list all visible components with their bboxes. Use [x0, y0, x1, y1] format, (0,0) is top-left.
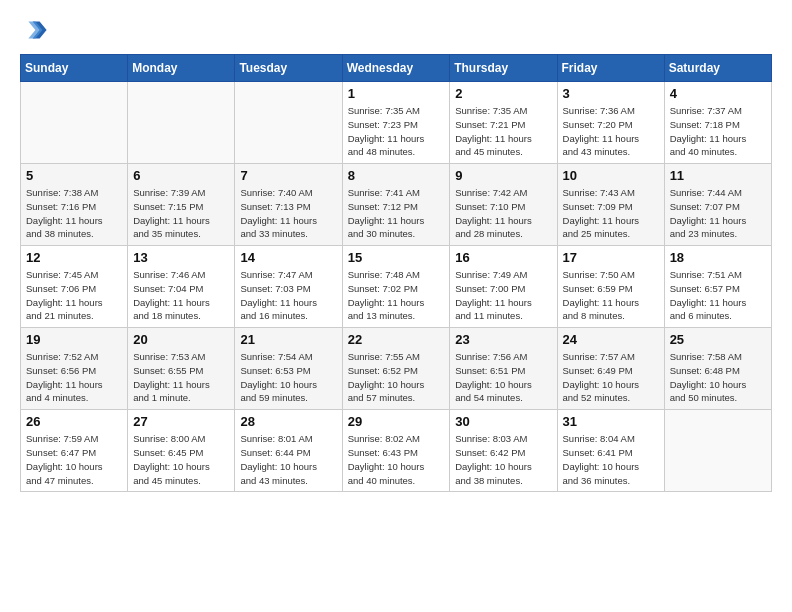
day-number: 22: [348, 332, 445, 347]
day-info: Sunrise: 7:47 AM Sunset: 7:03 PM Dayligh…: [240, 268, 336, 323]
calendar-day-cell: 19Sunrise: 7:52 AM Sunset: 6:56 PM Dayli…: [21, 328, 128, 410]
day-info: Sunrise: 7:36 AM Sunset: 7:20 PM Dayligh…: [563, 104, 659, 159]
day-number: 2: [455, 86, 551, 101]
day-info: Sunrise: 7:40 AM Sunset: 7:13 PM Dayligh…: [240, 186, 336, 241]
day-info: Sunrise: 7:55 AM Sunset: 6:52 PM Dayligh…: [348, 350, 445, 405]
calendar-day-cell: 10Sunrise: 7:43 AM Sunset: 7:09 PM Dayli…: [557, 164, 664, 246]
calendar-day-cell: [21, 82, 128, 164]
day-number: 3: [563, 86, 659, 101]
day-number: 7: [240, 168, 336, 183]
calendar-day-cell: 13Sunrise: 7:46 AM Sunset: 7:04 PM Dayli…: [128, 246, 235, 328]
day-info: Sunrise: 7:59 AM Sunset: 6:47 PM Dayligh…: [26, 432, 122, 487]
calendar-week-row: 26Sunrise: 7:59 AM Sunset: 6:47 PM Dayli…: [21, 410, 772, 492]
day-number: 17: [563, 250, 659, 265]
day-number: 25: [670, 332, 766, 347]
day-number: 21: [240, 332, 336, 347]
calendar-day-cell: [128, 82, 235, 164]
calendar-day-cell: 16Sunrise: 7:49 AM Sunset: 7:00 PM Dayli…: [450, 246, 557, 328]
calendar-day-cell: [235, 82, 342, 164]
day-info: Sunrise: 8:02 AM Sunset: 6:43 PM Dayligh…: [348, 432, 445, 487]
day-info: Sunrise: 8:03 AM Sunset: 6:42 PM Dayligh…: [455, 432, 551, 487]
day-number: 26: [26, 414, 122, 429]
calendar-day-cell: 31Sunrise: 8:04 AM Sunset: 6:41 PM Dayli…: [557, 410, 664, 492]
day-number: 9: [455, 168, 551, 183]
calendar-day-cell: 21Sunrise: 7:54 AM Sunset: 6:53 PM Dayli…: [235, 328, 342, 410]
day-info: Sunrise: 7:48 AM Sunset: 7:02 PM Dayligh…: [348, 268, 445, 323]
header: [20, 16, 772, 44]
day-number: 13: [133, 250, 229, 265]
day-number: 4: [670, 86, 766, 101]
calendar-day-cell: 17Sunrise: 7:50 AM Sunset: 6:59 PM Dayli…: [557, 246, 664, 328]
day-number: 5: [26, 168, 122, 183]
day-info: Sunrise: 7:58 AM Sunset: 6:48 PM Dayligh…: [670, 350, 766, 405]
day-number: 24: [563, 332, 659, 347]
day-info: Sunrise: 7:51 AM Sunset: 6:57 PM Dayligh…: [670, 268, 766, 323]
day-info: Sunrise: 8:00 AM Sunset: 6:45 PM Dayligh…: [133, 432, 229, 487]
day-number: 16: [455, 250, 551, 265]
calendar-day-cell: 20Sunrise: 7:53 AM Sunset: 6:55 PM Dayli…: [128, 328, 235, 410]
calendar-day-cell: 28Sunrise: 8:01 AM Sunset: 6:44 PM Dayli…: [235, 410, 342, 492]
day-number: 23: [455, 332, 551, 347]
calendar-day-cell: 2Sunrise: 7:35 AM Sunset: 7:21 PM Daylig…: [450, 82, 557, 164]
weekday-header-wednesday: Wednesday: [342, 55, 450, 82]
day-number: 8: [348, 168, 445, 183]
day-number: 10: [563, 168, 659, 183]
day-number: 31: [563, 414, 659, 429]
calendar-week-row: 19Sunrise: 7:52 AM Sunset: 6:56 PM Dayli…: [21, 328, 772, 410]
calendar-day-cell: 4Sunrise: 7:37 AM Sunset: 7:18 PM Daylig…: [664, 82, 771, 164]
day-info: Sunrise: 7:45 AM Sunset: 7:06 PM Dayligh…: [26, 268, 122, 323]
day-number: 29: [348, 414, 445, 429]
calendar-day-cell: 18Sunrise: 7:51 AM Sunset: 6:57 PM Dayli…: [664, 246, 771, 328]
weekday-header-tuesday: Tuesday: [235, 55, 342, 82]
day-info: Sunrise: 7:56 AM Sunset: 6:51 PM Dayligh…: [455, 350, 551, 405]
weekday-header-friday: Friday: [557, 55, 664, 82]
day-number: 30: [455, 414, 551, 429]
day-info: Sunrise: 7:52 AM Sunset: 6:56 PM Dayligh…: [26, 350, 122, 405]
calendar-day-cell: 27Sunrise: 8:00 AM Sunset: 6:45 PM Dayli…: [128, 410, 235, 492]
day-info: Sunrise: 7:53 AM Sunset: 6:55 PM Dayligh…: [133, 350, 229, 405]
day-info: Sunrise: 7:39 AM Sunset: 7:15 PM Dayligh…: [133, 186, 229, 241]
calendar-week-row: 1Sunrise: 7:35 AM Sunset: 7:23 PM Daylig…: [21, 82, 772, 164]
day-number: 11: [670, 168, 766, 183]
calendar-day-cell: 5Sunrise: 7:38 AM Sunset: 7:16 PM Daylig…: [21, 164, 128, 246]
weekday-header-thursday: Thursday: [450, 55, 557, 82]
calendar-day-cell: 14Sunrise: 7:47 AM Sunset: 7:03 PM Dayli…: [235, 246, 342, 328]
day-info: Sunrise: 7:35 AM Sunset: 7:21 PM Dayligh…: [455, 104, 551, 159]
calendar-day-cell: 24Sunrise: 7:57 AM Sunset: 6:49 PM Dayli…: [557, 328, 664, 410]
day-number: 19: [26, 332, 122, 347]
calendar-day-cell: 3Sunrise: 7:36 AM Sunset: 7:20 PM Daylig…: [557, 82, 664, 164]
calendar-day-cell: 8Sunrise: 7:41 AM Sunset: 7:12 PM Daylig…: [342, 164, 450, 246]
day-number: 12: [26, 250, 122, 265]
weekday-header-monday: Monday: [128, 55, 235, 82]
weekday-header-saturday: Saturday: [664, 55, 771, 82]
calendar-day-cell: 9Sunrise: 7:42 AM Sunset: 7:10 PM Daylig…: [450, 164, 557, 246]
calendar-day-cell: 7Sunrise: 7:40 AM Sunset: 7:13 PM Daylig…: [235, 164, 342, 246]
day-info: Sunrise: 7:35 AM Sunset: 7:23 PM Dayligh…: [348, 104, 445, 159]
day-number: 18: [670, 250, 766, 265]
day-number: 20: [133, 332, 229, 347]
calendar-day-cell: 29Sunrise: 8:02 AM Sunset: 6:43 PM Dayli…: [342, 410, 450, 492]
calendar-week-row: 5Sunrise: 7:38 AM Sunset: 7:16 PM Daylig…: [21, 164, 772, 246]
day-info: Sunrise: 7:37 AM Sunset: 7:18 PM Dayligh…: [670, 104, 766, 159]
calendar-week-row: 12Sunrise: 7:45 AM Sunset: 7:06 PM Dayli…: [21, 246, 772, 328]
day-number: 15: [348, 250, 445, 265]
day-number: 28: [240, 414, 336, 429]
calendar-day-cell: 12Sunrise: 7:45 AM Sunset: 7:06 PM Dayli…: [21, 246, 128, 328]
weekday-header-row: SundayMondayTuesdayWednesdayThursdayFrid…: [21, 55, 772, 82]
logo-icon: [20, 16, 48, 44]
day-number: 1: [348, 86, 445, 101]
day-info: Sunrise: 7:50 AM Sunset: 6:59 PM Dayligh…: [563, 268, 659, 323]
calendar-day-cell: 22Sunrise: 7:55 AM Sunset: 6:52 PM Dayli…: [342, 328, 450, 410]
day-info: Sunrise: 7:42 AM Sunset: 7:10 PM Dayligh…: [455, 186, 551, 241]
day-info: Sunrise: 7:44 AM Sunset: 7:07 PM Dayligh…: [670, 186, 766, 241]
page-container: SundayMondayTuesdayWednesdayThursdayFrid…: [0, 0, 792, 502]
calendar-day-cell: 6Sunrise: 7:39 AM Sunset: 7:15 PM Daylig…: [128, 164, 235, 246]
day-number: 27: [133, 414, 229, 429]
calendar-day-cell: 15Sunrise: 7:48 AM Sunset: 7:02 PM Dayli…: [342, 246, 450, 328]
calendar-day-cell: 23Sunrise: 7:56 AM Sunset: 6:51 PM Dayli…: [450, 328, 557, 410]
day-info: Sunrise: 7:54 AM Sunset: 6:53 PM Dayligh…: [240, 350, 336, 405]
day-info: Sunrise: 7:46 AM Sunset: 7:04 PM Dayligh…: [133, 268, 229, 323]
calendar-day-cell: 1Sunrise: 7:35 AM Sunset: 7:23 PM Daylig…: [342, 82, 450, 164]
calendar-day-cell: 11Sunrise: 7:44 AM Sunset: 7:07 PM Dayli…: [664, 164, 771, 246]
day-info: Sunrise: 8:04 AM Sunset: 6:41 PM Dayligh…: [563, 432, 659, 487]
